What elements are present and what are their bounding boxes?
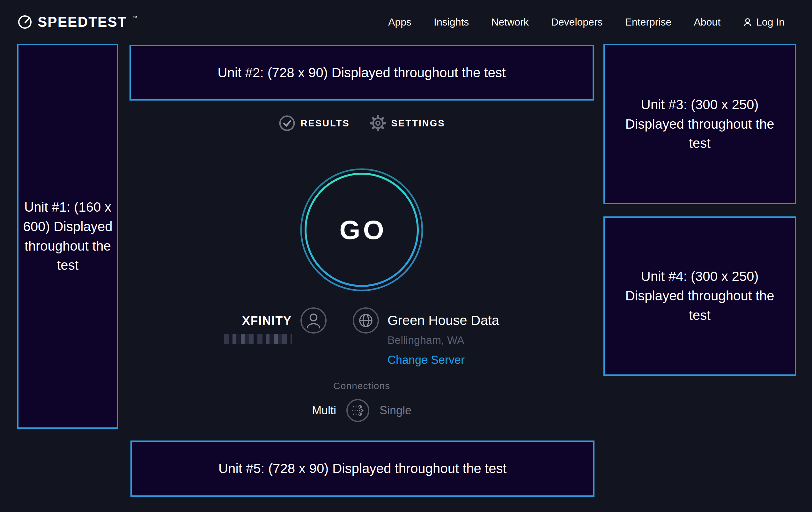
- server-location: Bellingham, WA: [387, 334, 464, 346]
- connections-single-option[interactable]: Single: [379, 404, 411, 417]
- provider-info: XFINITY: [224, 306, 292, 344]
- speedtest-logo[interactable]: SPEEDTEST ™: [17, 14, 137, 30]
- globe-icon: [352, 307, 379, 334]
- nav-apps[interactable]: Apps: [388, 16, 411, 28]
- ad-unit-2[interactable]: Unit #2: (728 x 90) Displayed throughout…: [129, 45, 594, 101]
- server-name: Green House Data: [387, 313, 499, 328]
- gear-icon: [369, 114, 387, 132]
- ad-unit-5[interactable]: Unit #5: (728 x 90) Displayed throughout…: [130, 440, 594, 497]
- avatar-icon: [300, 307, 327, 334]
- provider-block: XFINITY: [224, 306, 327, 344]
- connections-block: Connections Multi Single: [129, 380, 594, 423]
- login-button[interactable]: Log In: [743, 16, 785, 28]
- check-circle-icon: [278, 114, 296, 132]
- server-block: Green House Data Bellingham, WA Change S…: [352, 306, 499, 367]
- ad-unit-3-text: Unit #3: (300 x 250) Displayed throughou…: [614, 95, 785, 154]
- logo-text: SPEEDTEST: [38, 14, 127, 30]
- user-icon: [743, 17, 752, 27]
- speedtest-page: SPEEDTEST ™ Apps Insights Network Develo…: [0, 0, 812, 512]
- tab-results[interactable]: RESULTS: [278, 114, 350, 132]
- speedometer-icon: [17, 15, 32, 30]
- ad-unit-1-text: Unit #1: (160 x 600) Displayed throughou…: [21, 197, 115, 275]
- connections-multi-option[interactable]: Multi: [312, 404, 336, 417]
- nav-about[interactable]: About: [694, 16, 721, 28]
- ad-unit-2-text: Unit #2: (728 x 90) Displayed throughout…: [218, 63, 506, 83]
- header: SPEEDTEST ™ Apps Insights Network Develo…: [0, 0, 812, 44]
- nav-developers[interactable]: Developers: [551, 16, 603, 28]
- nav-network[interactable]: Network: [491, 16, 528, 28]
- ad-unit-3[interactable]: Unit #3: (300 x 250) Displayed throughou…: [603, 44, 796, 204]
- server-info: Green House Data Bellingham, WA Change S…: [387, 306, 499, 367]
- tab-settings-label: SETTINGS: [391, 118, 445, 129]
- multi-connections-icon[interactable]: [346, 398, 370, 423]
- logo-trademark: ™: [133, 15, 137, 20]
- connections-toggle-row: Multi Single: [312, 398, 411, 423]
- ad-unit-1[interactable]: Unit #1: (160 x 600) Displayed throughou…: [17, 44, 118, 429]
- ip-address-redacted: [224, 334, 292, 344]
- tab-results-label: RESULTS: [300, 118, 350, 129]
- view-tabs: RESULTS: [129, 114, 594, 132]
- login-label: Log In: [756, 16, 785, 28]
- nav-insights[interactable]: Insights: [434, 16, 469, 28]
- nav-enterprise[interactable]: Enterprise: [625, 16, 672, 28]
- connections-label: Connections: [333, 380, 390, 392]
- ad-unit-4-text: Unit #4: (300 x 250) Displayed throughou…: [614, 267, 785, 325]
- provider-name: XFINITY: [242, 314, 292, 327]
- go-button[interactable]: GO: [300, 168, 424, 292]
- go-label: GO: [300, 168, 424, 292]
- main-nav: Apps Insights Network Developers Enterpr…: [388, 16, 785, 28]
- ad-unit-5-text: Unit #5: (728 x 90) Displayed throughout…: [219, 459, 507, 479]
- tab-settings[interactable]: SETTINGS: [369, 114, 445, 132]
- ad-unit-4[interactable]: Unit #4: (300 x 250) Displayed throughou…: [603, 216, 796, 376]
- change-server-link[interactable]: Change Server: [387, 353, 465, 367]
- test-meta-row: XFINITY Green House Data Bellingham, WA …: [129, 306, 594, 367]
